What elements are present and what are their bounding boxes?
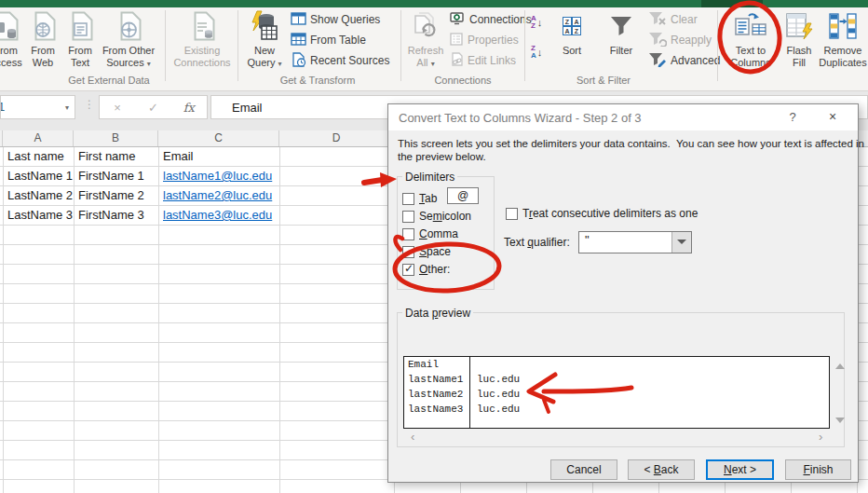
preview-cell: luc.edu	[477, 404, 520, 415]
semicolon-checkbox-row[interactable]: Semicolon	[402, 210, 471, 223]
formula-bar-buttons: × ✓ fx	[99, 95, 208, 119]
text-to-columns-wizard-dialog: Convert Text to Columns Wizard - Step 2 …	[387, 103, 859, 483]
text-to-columns-label: Text to	[736, 45, 766, 57]
properties-button[interactable]: Properties	[450, 32, 519, 48]
name-box-dropdown-icon[interactable]: ▾	[65, 103, 69, 112]
sort-dialog-icon: ZAAZ	[563, 9, 581, 43]
treat-consecutive-checkbox[interactable]	[506, 208, 518, 220]
from-other-sources-button[interactable]: From Other Sources ▾	[97, 9, 160, 73]
sheet-row-3: LastName 2 FirstName 2 lastName2@luc.edu	[0, 186, 279, 206]
flash-fill-icon	[785, 9, 813, 43]
sheet-row-1: Last name First name Email	[0, 147, 279, 167]
finish-button[interactable]: Finish	[785, 459, 851, 480]
column-header-a[interactable]: A	[3, 130, 74, 146]
show-queries-button[interactable]: Show Queries	[291, 11, 380, 28]
dialog-close-icon[interactable]: ×	[824, 109, 841, 124]
from-table-button[interactable]: From Table	[291, 32, 366, 48]
flash-fill-button[interactable]: Flash Fill	[780, 9, 818, 73]
cell-B2[interactable]: FirstName 1	[74, 167, 158, 186]
sort-ascending-button[interactable]: AZ ↓	[531, 15, 542, 30]
from-web-icon	[31, 9, 56, 43]
sort-button[interactable]: ZAAZ Sort	[553, 9, 590, 73]
other-checkbox[interactable]	[402, 264, 414, 276]
active-tab-highlight	[701, 0, 763, 7]
column-header-b[interactable]: B	[74, 130, 158, 146]
cell-A4[interactable]: LastName 3	[3, 206, 74, 226]
cell-B4[interactable]: FirstName 3	[74, 206, 158, 226]
scroll-down-icon[interactable]	[835, 418, 845, 423]
column-header-d[interactable]: D	[279, 130, 394, 146]
clear-filter-button[interactable]: Clear	[648, 11, 698, 28]
combobox-dropdown-button[interactable]	[671, 232, 691, 253]
dialog-help-button[interactable]: ?	[785, 110, 800, 124]
scroll-up-icon[interactable]	[835, 363, 845, 369]
scroll-left-icon[interactable]: ‹	[411, 430, 414, 444]
flash-fill-label: Flash	[787, 45, 812, 57]
ribbon-tab-strip	[0, 0, 868, 7]
new-query-button[interactable]: New Query ▾	[242, 9, 287, 73]
scroll-right-icon[interactable]: ›	[819, 430, 822, 444]
comma-checkbox[interactable]	[402, 228, 414, 240]
sort-descending-button[interactable]: ZA ↓	[531, 45, 542, 60]
preview-column-divider[interactable]	[469, 357, 470, 428]
cell-C3[interactable]: lastName2@luc.edu	[158, 186, 279, 206]
treat-consecutive-row[interactable]: Treat consecutive delimiters as one	[506, 207, 698, 220]
remove-duplicates-button[interactable]: Remove Duplicates	[816, 9, 868, 73]
from-web-button[interactable]: From Web	[22, 9, 63, 73]
text-qualifier-label: Text qualifier:	[504, 236, 570, 249]
cell-B1[interactable]: First name	[74, 147, 158, 167]
ribbon-separator	[165, 10, 166, 81]
column-header-c[interactable]: C	[158, 130, 279, 146]
group-label-sort-filter: Sort & Filter	[548, 75, 659, 86]
advanced-filter-icon	[648, 52, 667, 70]
cell-A1[interactable]: Last name	[3, 147, 74, 167]
cancel-button[interactable]: Cancel	[550, 459, 617, 480]
next-button[interactable]: Next >	[706, 459, 774, 480]
from-table-icon	[291, 33, 306, 48]
space-checkbox-row[interactable]: Space	[402, 245, 451, 258]
preview-cell: lastName2	[408, 389, 463, 400]
from-web-label: From	[31, 45, 55, 57]
text-to-columns-icon	[735, 9, 766, 43]
data-preview-groupbox: Data preview Email lastName1 lastName2 l…	[397, 312, 845, 447]
cell-C2[interactable]: lastName1@luc.edu	[158, 167, 279, 186]
tab-checkbox[interactable]	[402, 193, 414, 205]
cell-A2[interactable]: LastName 1	[3, 167, 74, 186]
from-text-label: From	[68, 45, 92, 57]
cell-C4[interactable]: lastName3@luc.edu	[158, 206, 279, 226]
semicolon-checkbox[interactable]	[402, 211, 414, 223]
data-preview-box[interactable]: Email lastName1 lastName2 lastName3 luc.…	[403, 356, 830, 429]
existing-connections-button[interactable]: Existing Connections	[168, 9, 237, 73]
formula-value: Email	[232, 101, 263, 115]
advanced-filter-button[interactable]: Advanced	[648, 52, 720, 69]
connections-button[interactable]: Connections	[450, 11, 532, 28]
dialog-title: Convert Text to Columns Wizard - Step 2 …	[399, 111, 642, 125]
confirm-entry-icon[interactable]: ✓	[135, 101, 170, 115]
preview-cell: luc.edu	[477, 374, 520, 385]
refresh-all-button[interactable]: Refresh All ▾	[403, 9, 448, 73]
cell-B3[interactable]: FirstName 2	[74, 186, 158, 206]
from-text-button[interactable]: From Text	[60, 9, 101, 73]
cancel-entry-icon[interactable]: ×	[100, 101, 135, 115]
cell-C1[interactable]: Email	[158, 147, 279, 167]
name-box[interactable]: 1 ▾	[0, 95, 75, 119]
edit-links-button[interactable]: Edit Links	[450, 52, 516, 69]
comma-checkbox-row[interactable]: Comma	[402, 227, 458, 240]
sheet-row-4: LastName 3 FirstName 3 lastName3@luc.edu	[0, 206, 279, 226]
tab-checkbox-row[interactable]: Tab	[402, 192, 437, 205]
insert-function-icon[interactable]: fx	[171, 101, 207, 115]
space-checkbox[interactable]	[402, 246, 414, 258]
recent-sources-button[interactable]: Recent Sources	[291, 52, 389, 69]
reapply-filter-button[interactable]: Reapply	[648, 32, 712, 48]
dropdown-arrow-icon: ▾	[147, 60, 151, 68]
text-qualifier-combobox[interactable]: "	[578, 231, 692, 253]
cell-A3[interactable]: LastName 2	[3, 186, 74, 206]
group-label-connections: Connections	[407, 75, 519, 86]
dropdown-arrow-icon: ▾	[278, 60, 282, 68]
filter-button[interactable]: Filter	[601, 9, 642, 73]
text-to-columns-button[interactable]: Text to Columns	[724, 9, 778, 73]
other-delimiter-input[interactable]: @	[447, 187, 479, 204]
other-checkbox-row[interactable]: Other:	[402, 263, 450, 276]
back-button[interactable]: < Back	[628, 459, 695, 480]
delimiters-groupbox: Delimiters Tab Semicolon Comma Space Oth…	[397, 176, 495, 290]
